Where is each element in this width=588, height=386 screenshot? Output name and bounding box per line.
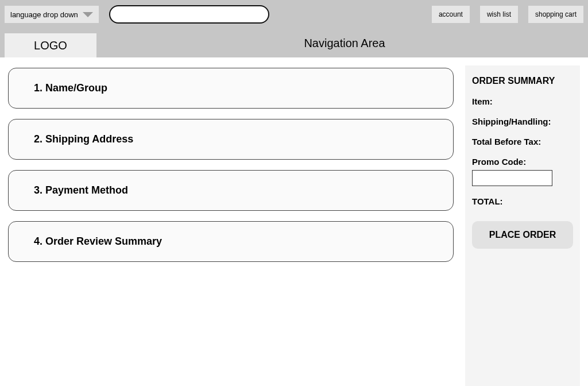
content: 1. Name/Group 2. Shipping Address 3. Pay… [0, 57, 588, 386]
step-order-review[interactable]: 4. Order Review Summary [8, 221, 454, 262]
header-row: LOGO Navigation Area [0, 29, 588, 57]
step-shipping-address[interactable]: 2. Shipping Address [8, 119, 454, 160]
chevron-down-icon [83, 12, 93, 17]
order-summary-panel: ORDER SUMMARY Item: Shipping/Handling: T… [465, 65, 580, 386]
order-summary-title: ORDER SUMMARY [472, 76, 573, 86]
language-dropdown[interactable]: language drop down [5, 6, 99, 23]
cart-button[interactable]: shopping cart [528, 6, 583, 23]
step-payment-method[interactable]: 3. Payment Method [8, 170, 454, 211]
search-input[interactable] [109, 5, 269, 24]
summary-total-label: TOTAL: [472, 196, 573, 206]
wishlist-button[interactable]: wish list [480, 6, 518, 23]
step-name-group[interactable]: 1. Name/Group [8, 68, 454, 109]
summary-item-label: Item: [472, 96, 573, 106]
top-bar: language drop down account wish list sho… [0, 0, 588, 29]
navigation-area[interactable]: Navigation Area [101, 29, 588, 57]
summary-promo-label: Promo Code: [472, 157, 573, 167]
logo[interactable]: LOGO [5, 33, 96, 57]
language-dropdown-label: language drop down [10, 10, 78, 19]
promo-code-input[interactable] [472, 170, 552, 186]
summary-pretax-label: Total Before Tax: [472, 137, 573, 146]
promo-section: Promo Code: [472, 157, 573, 186]
account-button[interactable]: account [432, 6, 470, 23]
summary-shipping-label: Shipping/Handling: [472, 117, 573, 126]
checkout-steps: 1. Name/Group 2. Shipping Address 3. Pay… [8, 65, 454, 386]
place-order-button[interactable]: PLACE ORDER [472, 221, 573, 249]
